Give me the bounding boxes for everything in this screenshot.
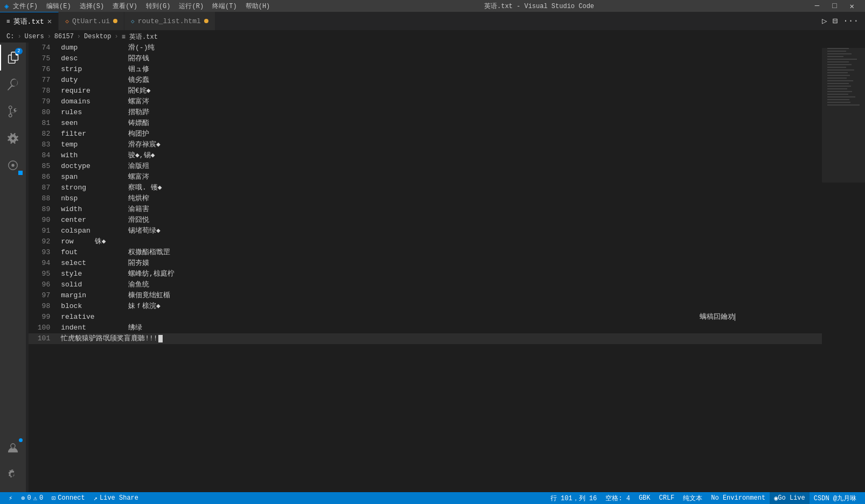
menu-bar[interactable]: 文件(F) 编辑(E) 选择(S) 查看(V) 转到(G) 运行(R) 终端(T… [13, 2, 270, 11]
breadcrumb-part[interactable]: C: [6, 33, 14, 40]
encoding-indicator[interactable]: GBK [634, 492, 655, 504]
line-content[interactable]: dump 滑(-)纯 [59, 43, 822, 53]
line-content[interactable]: filter 枸团护 [59, 129, 822, 139]
minimize-button[interactable]: ─ [808, 2, 826, 11]
line-content[interactable]: fout 权撒酯栺戬罡 [59, 247, 822, 258]
line-content[interactable]: with 骏◆,锡◆ [59, 150, 822, 161]
tab-close-button[interactable]: ✕ [47, 17, 52, 26]
remote-icon: ⚡ [9, 494, 12, 502]
line-content[interactable]: colspan 锡堵荀绿◆ [59, 226, 822, 236]
line-content[interactable]: rules 摺勒跸 [59, 107, 822, 118]
activity-remote[interactable] [0, 152, 26, 178]
line-content[interactable]: select 閤夯嫫 [59, 258, 822, 269]
line-content[interactable]: require 閤€姹◆ [59, 86, 822, 96]
error-count: 0 [27, 494, 31, 502]
table-row: 95style 螺峰纺,椋庭柠 [29, 269, 822, 279]
activity-explorer[interactable]: 2 [0, 45, 26, 71]
line-content[interactable]: seen 铸嫖酯 [59, 118, 822, 129]
tab-英语txt[interactable]: ≡ 英语.txt ✕ [0, 12, 59, 30]
line-number: 76 [29, 64, 59, 75]
line-number: 99 [29, 312, 59, 323]
table-row: 88nbsp 纯烘榨 [29, 193, 822, 204]
connect-icon: ⊡ [52, 494, 55, 502]
line-number: 83 [29, 139, 59, 150]
table-row: 100indent 绋绿 [29, 323, 822, 333]
environment-indicator[interactable]: No Environment [707, 492, 770, 504]
run-icon[interactable]: ▷ [822, 16, 827, 26]
go-live-button[interactable]: ◉ Go Live [770, 492, 810, 504]
split-editor-icon[interactable]: ⊟ [833, 16, 838, 26]
breadcrumb: C: › Users › 86157 › Desktop › ≡ 英语.txt [0, 31, 865, 43]
table-row: 93fout 权撒酯栺戬罡 [29, 247, 822, 258]
line-number: 78 [29, 86, 59, 96]
line-content[interactable]: block 妹ｆ榇浣◆ [59, 301, 822, 312]
line-content[interactable]: span 螺富涔 [59, 172, 822, 183]
line-number: 91 [29, 226, 59, 236]
table-row: 81seen 铸嫖酯 [29, 118, 822, 129]
line-content[interactable]: width 渝籍害 [59, 204, 822, 215]
indent-indicator[interactable]: 空格: 4 [601, 492, 634, 504]
table-row: 87strong 察哦. 镬◆ [29, 183, 822, 193]
tab-actions: ▷ ⊟ ··· [822, 12, 865, 30]
language-indicator[interactable]: 纯文本 [679, 492, 707, 504]
breadcrumb-sep: › [17, 33, 21, 40]
line-ending-label: CRLF [659, 494, 674, 502]
indent-label: 空格: 4 [605, 494, 630, 503]
table-row: 77duty 镜劣蠢 [29, 75, 822, 86]
maximize-button[interactable]: □ [826, 2, 843, 11]
cursor-position[interactable]: 行 101，列 16 [546, 492, 601, 504]
table-row: 74dump 滑(-)纯 [29, 43, 822, 53]
breadcrumb-sep: › [114, 33, 118, 40]
tab-bar: ≡ 英语.txt ✕ ◇ QtUart.ui ◇ route_list.html… [0, 12, 865, 31]
line-content[interactable]: indent 绋绿 [59, 323, 822, 333]
line-content[interactable]: strip 锢ュ修 [59, 64, 822, 75]
line-content[interactable]: center 滑囧悦 [59, 215, 822, 226]
activity-accounts[interactable] [0, 435, 26, 461]
line-content[interactable]: style 螺峰纺,椋庭柠 [59, 269, 822, 279]
line-content[interactable]: temp 滑存禄宸◆ [59, 139, 822, 150]
line-content[interactable]: 忙虎貌猿驴路氓颀奖盲鹿聽!!! [59, 333, 822, 344]
file-icon: ◇ [65, 18, 69, 25]
more-actions-icon[interactable]: ··· [843, 16, 859, 26]
remote-indicator[interactable]: ⚡ [4, 492, 17, 504]
csdn-indicator[interactable]: CSDN @九月咻 [810, 492, 861, 504]
line-content[interactable]: doctype 渝版殂 [59, 161, 822, 172]
line-number: 77 [29, 75, 59, 86]
breadcrumb-part[interactable]: Users [25, 33, 44, 40]
line-content[interactable]: nbsp 纯烘榨 [59, 193, 822, 204]
titlebar: ◈ 文件(F) 编辑(E) 选择(S) 查看(V) 转到(G) 运行(R) 终端… [0, 0, 865, 12]
activity-extensions[interactable] [0, 125, 26, 151]
table-row: 85doctype 渝版殂 [29, 161, 822, 172]
line-ending-indicator[interactable]: CRLF [654, 492, 679, 504]
line-content[interactable]: margin 槺佃竟绌虹楯 [59, 290, 822, 301]
line-content[interactable]: desc 閤存钱 [59, 53, 822, 64]
line-content[interactable]: solid 渝鱼统 [59, 279, 822, 290]
line-content[interactable]: duty 镜劣蠢 [59, 75, 822, 86]
live-share-button[interactable]: ↗ Live Share [89, 492, 143, 504]
close-button[interactable]: ✕ [843, 2, 861, 11]
breadcrumb-part[interactable]: 86157 [54, 33, 74, 40]
tab-label: 英语.txt [13, 17, 44, 26]
breadcrumb-sep: › [47, 33, 51, 40]
error-icon: ⊗ [21, 494, 25, 502]
code-editor[interactable]: 74dump 滑(-)纯75desc 閤存钱76strip 锢ュ修77duty … [29, 43, 822, 492]
tab-qtuartui[interactable]: ◇ QtUart.ui [59, 12, 124, 30]
breadcrumb-part[interactable]: ≡ 英语.txt [122, 32, 158, 41]
table-row: 99relative 螨稿囙鑰劝 [29, 312, 822, 323]
line-content[interactable]: domains 螺富涔 [59, 96, 822, 107]
tab-routelisthtml[interactable]: ◇ route_list.html [124, 12, 215, 30]
line-number: 81 [29, 118, 59, 129]
breadcrumb-part[interactable]: Desktop [84, 33, 111, 40]
activity-search[interactable] [0, 72, 26, 97]
line-content[interactable]: relative 螨稿囙鑰劝 [59, 312, 822, 323]
line-content[interactable]: row 铢◆ [59, 236, 822, 247]
activity-settings[interactable] [0, 462, 26, 488]
table-row: 84with 骏◆,锡◆ [29, 150, 822, 161]
minimap[interactable] [822, 43, 865, 492]
activity-source-control[interactable] [0, 99, 26, 124]
errors-indicator[interactable]: ⊗ 0 ⚠ 0 [17, 492, 47, 504]
window-title: 英语.txt - Visual Studio Code [484, 2, 594, 11]
cursor-position-label: 行 101，列 16 [550, 494, 597, 503]
line-content[interactable]: strong 察哦. 镬◆ [59, 183, 822, 193]
connect-button[interactable]: ⊡ Connect [47, 492, 89, 504]
